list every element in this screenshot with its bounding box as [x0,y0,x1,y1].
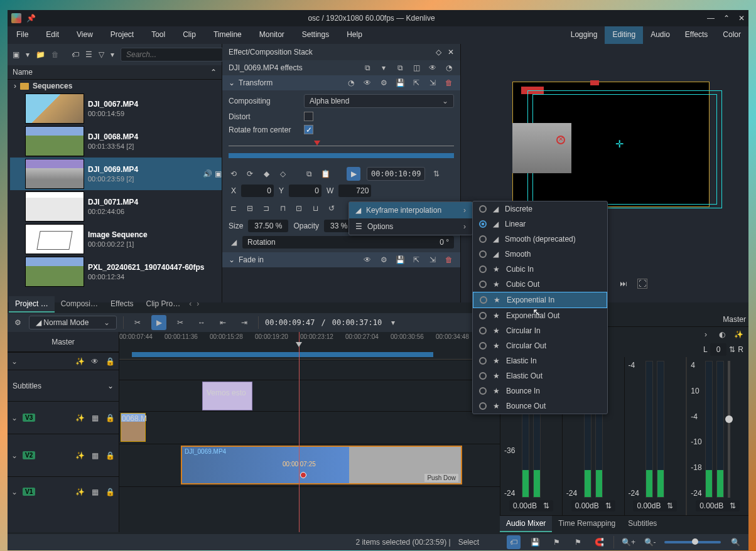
fx-icon[interactable]: ✨ [75,451,85,461]
interp-option-discrete[interactable]: ◢ Discrete [473,201,607,217]
play-kf-button[interactable]: ▶ [347,167,360,181]
spacer-icon[interactable]: ↔ [194,315,209,330]
interp-option-bounce-in[interactable]: ★ Bounce In [473,383,607,399]
tab-time-remapping[interactable]: Time Remapping [552,516,622,532]
menu-monitor[interactable]: Monitor [251,26,293,44]
thumbnail-icon[interactable]: ▦ [90,487,100,497]
list-icon[interactable]: ☰ [85,50,92,60]
menu-view[interactable]: View [68,26,102,44]
lock-icon[interactable]: 🔒 [105,356,115,366]
y-input[interactable] [289,185,321,197]
clip-row[interactable]: Image Sequence 00:00:00:22 [1] [10,223,222,255]
menu-options[interactable]: ☰ Options › [349,218,472,235]
center-crosshair[interactable]: ✛ [615,138,624,150]
timeline-playhead[interactable] [299,332,300,532]
spinner-icon[interactable]: ⇅ [431,169,441,179]
expand-icon[interactable]: › [14,82,16,90]
chevron-down-icon[interactable]: ▾ [388,318,398,328]
tag-icon[interactable]: 🏷 [507,535,521,549]
transform-section[interactable]: ⌄Transform ◔ 👁 ⚙ 💾 ⇱ ⇲ 🗑 [222,75,460,90]
next-kf-icon[interactable]: ⟳ [245,169,255,179]
clip-row[interactable]: PXL_20240621_190740447-60fps 00:00:12:34 [10,255,222,288]
zoom-out-icon[interactable]: 🔍- [643,535,657,549]
cut-icon[interactable]: ✂ [173,315,188,330]
align-hcenter-icon[interactable]: ⊟ [245,203,255,213]
fx-icon[interactable]: ✨ [75,356,85,366]
collapse-icon[interactable]: ⌄ [11,451,18,460]
close-panel-icon[interactable]: ✕ [448,48,454,56]
align-bottom-icon[interactable]: ⊔ [310,203,320,213]
master-track-label[interactable]: Master [8,332,119,352]
fadein-section[interactable]: ⌄Fade in 👁 ⚙ 💾 ⇱ ⇲ 🗑 [222,252,460,267]
menu-tool[interactable]: Tool [143,26,174,44]
zoom-in-icon[interactable]: 🔍+ [622,535,635,549]
menu-edit[interactable]: Edit [37,26,68,44]
visibility-icon[interactable]: 👁 [362,78,372,88]
layout-editing[interactable]: Editing [605,26,643,44]
lock-icon[interactable]: 🔒 [105,451,115,461]
tab-scroll-left[interactable]: ‹ [186,296,194,313]
clip-row[interactable]: DJI_0068.MP4 00:01:33:54 [2] [10,125,222,158]
interp-option-elastic-in[interactable]: ★ Elastic In [473,353,607,368]
menu-keyframe-interp[interactable]: ◢ Keyframe interpolation › [349,202,472,218]
thumbnail-icon[interactable]: ▦ [90,451,100,461]
clip-row[interactable]: DJI_0067.MP4 00:00:14:59 [10,92,222,125]
tab-scroll-right[interactable]: › [194,296,202,313]
subtitle-clip[interactable]: Vemos esto [202,382,252,410]
settings-icon[interactable]: ⚙ [379,78,389,88]
track-header-v3[interactable]: ⌄ V3 ✨ ▦ 🔒 [8,401,119,434]
tab-effects[interactable]: Effects [104,296,139,313]
interp-option-bounce-out[interactable]: ★ Bounce Out [473,399,607,414]
copy-icon[interactable]: ⧉ [304,169,314,179]
edit-mode-select[interactable]: ◢ Normal Mode ⌄ [29,316,117,329]
keyframe-slider[interactable] [229,141,454,163]
tab-clip-props[interactable]: Clip Pro… [140,296,187,313]
w-input[interactable] [338,185,371,197]
collapse-icon[interactable]: ⌄ [11,357,18,366]
pin-icon[interactable]: ◇ [436,48,441,56]
move-up-icon[interactable]: ⇱ [411,255,421,265]
crop-icon[interactable]: ⛶ [637,279,647,289]
expand-icon[interactable]: › [701,329,711,340]
track-header-v2[interactable]: ⌄ V2 ✨ ▦ 🔒 [8,434,119,476]
align-right-icon[interactable]: ⊐ [261,203,271,213]
menu-file[interactable]: File [8,26,37,44]
razor-icon[interactable]: ✂ [130,315,145,330]
spinner-icon[interactable]: ⇅ [543,501,549,510]
sequences-folder[interactable]: › Sequences [10,80,222,92]
folder-icon[interactable]: 📁 [36,50,45,60]
maximize-icon[interactable]: ⌃ [723,14,730,23]
track-header-top[interactable]: ⌄ ✨ 👁 🔒 [8,352,119,370]
timer-icon[interactable]: ◔ [346,78,356,88]
clip-v2[interactable]: DJI_0069.MP4 00:00:07:25 Push Dow [181,446,462,484]
settings-icon[interactable]: ⚙ [13,318,23,328]
pin-icon[interactable]: 📌 [26,14,36,23]
flag-icon[interactable]: ⚑ [571,535,585,549]
db-value[interactable]: 0.00dB [637,501,661,510]
reset-icon[interactable]: ↺ [327,203,337,213]
move-down-icon[interactable]: ⇲ [428,255,438,265]
db-value[interactable]: 0.00dB [575,501,599,510]
close-icon[interactable]: ✕ [738,14,745,23]
collapse-icon[interactable]: ⌄ [229,78,235,87]
interp-option-circular-out[interactable]: ★ Circular Out [473,338,607,353]
track-header-v1[interactable]: ⌄ V1 ✨ ▦ 🔒 [8,476,119,506]
timeline-ruler[interactable]: 00:00:07:4400:00:11:3600:00:15:2800:00:1… [119,332,502,360]
trash-icon[interactable]: 🗑 [444,78,454,88]
interp-option-exponential-in[interactable]: ★ Exponential In [473,292,607,308]
clip-v3[interactable]: 0068.M [121,413,146,442]
settings-icon[interactable]: ⚙ [379,255,389,265]
interp-option-cubic-in[interactable]: ★ Cubic In [473,262,607,277]
minimize-icon[interactable]: — [707,14,715,23]
layout-effects[interactable]: Effects [678,26,715,44]
layout-audio[interactable]: Audio [643,26,678,44]
save-icon[interactable]: 💾 [395,78,405,88]
lock-icon[interactable]: 🔒 [105,413,115,423]
save-icon[interactable]: 💾 [528,535,542,549]
rotate-center-checkbox[interactable]: ✓ [304,125,313,134]
clip-row[interactable]: DJI_0069.MP4 00:00:23:59 [2] 🔊▣ [10,158,222,190]
tab-subtitles[interactable]: Subtitles [622,516,663,532]
distort-checkbox[interactable] [304,112,313,121]
fx-icon[interactable]: ✨ [75,487,85,497]
interp-option-linear[interactable]: ◢ Linear [473,217,607,232]
